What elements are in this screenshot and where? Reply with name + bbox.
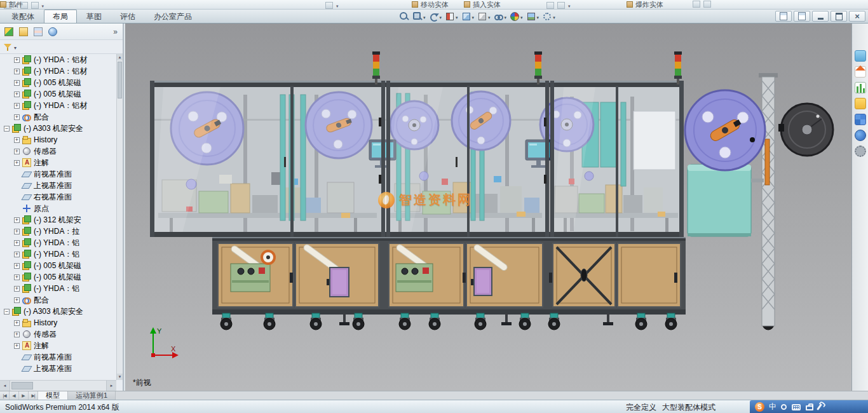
voice-icon[interactable] <box>781 404 787 410</box>
filter-dropdown-caret[interactable] <box>14 43 17 51</box>
tree-item[interactable]: − (-) A303 机架安全 <box>0 306 116 317</box>
tree-item[interactable]: + 传感器 <box>0 328 116 340</box>
tab-nav-next-button[interactable] <box>19 391 29 400</box>
toolbar-icon[interactable] <box>557 2 565 9</box>
tree-expander[interactable]: + <box>14 297 20 303</box>
apply-scene-icon[interactable] <box>525 10 541 23</box>
toolbar-icon[interactable] <box>546 2 554 9</box>
view-settings-icon[interactable] <box>541 10 557 23</box>
signal-tower-1[interactable] <box>372 51 380 85</box>
zoom-area-icon[interactable] <box>411 10 427 23</box>
tree-item[interactable]: + History <box>0 317 116 328</box>
chevron-down-icon[interactable] <box>42 1 44 10</box>
tree-item[interactable]: − (-) A303 机架安全 <box>0 123 116 134</box>
edit-appearance-icon[interactable] <box>508 10 524 23</box>
tree-vertical-scrollbar[interactable] <box>116 54 123 380</box>
tree-expander[interactable]: + <box>14 229 20 234</box>
ribbon-tab[interactable]: 草图 <box>78 10 111 23</box>
base-cabinets[interactable] <box>212 237 686 315</box>
tree-expander[interactable]: + <box>14 69 20 74</box>
chevron-down-icon[interactable] <box>336 1 339 10</box>
viewport-canvas[interactable]: Y X *前视 智造资料网 <box>125 24 851 391</box>
scroll-down-icon[interactable] <box>117 374 123 380</box>
filter-funnel-icon[interactable] <box>3 43 12 51</box>
toolbar-button[interactable]: 移动实体 <box>412 0 449 9</box>
tree-item[interactable]: 前视基准面 <box>0 168 116 180</box>
toolbar-button[interactable]: 爆炸实体 <box>627 0 663 9</box>
tab-nav-first-button[interactable] <box>0 391 10 400</box>
tree-item[interactable]: + (-) YHDA：拉 <box>0 226 116 237</box>
section-view-icon[interactable] <box>444 10 459 23</box>
tree-expander[interactable]: + <box>14 252 20 257</box>
tree-expander[interactable]: + <box>14 320 20 326</box>
keyboard-icon[interactable] <box>792 404 801 410</box>
tree-expander[interactable]: + <box>14 343 20 349</box>
tree-item[interactable]: + (-) 005 机架磁 <box>0 271 116 283</box>
toolbar-button[interactable]: 插入实体 <box>464 0 501 9</box>
tree-expander[interactable]: + <box>14 160 20 166</box>
propertymanager-icon[interactable] <box>17 25 30 38</box>
tree-item[interactable]: 前视基准面 <box>0 351 116 363</box>
maximize-button[interactable] <box>831 11 847 22</box>
previous-view-icon[interactable] <box>428 10 444 23</box>
tree-expander[interactable]: + <box>14 263 20 269</box>
tree-item[interactable]: + (-) YHDA：铝 <box>0 237 116 248</box>
tree-expander[interactable]: + <box>14 57 20 63</box>
tree-item[interactable]: + (-) 005 机架磁 <box>0 88 116 100</box>
tree-horizontal-scrollbar[interactable] <box>0 380 116 391</box>
sogou-logo-icon[interactable]: S <box>755 402 764 412</box>
wrench-icon[interactable] <box>817 403 822 410</box>
tree-item[interactable]: + 配合 <box>0 111 116 123</box>
tree-item[interactable]: + (-) YHDA：铝材 <box>0 65 116 77</box>
tree-item[interactable]: 上视基准面 <box>0 180 116 191</box>
close-button[interactable] <box>849 11 865 22</box>
tree-item[interactable]: + 传感器 <box>0 146 116 157</box>
tree-expander[interactable]: + <box>14 91 20 97</box>
tree-item[interactable]: + 注解 <box>0 157 116 168</box>
ribbon-tab[interactable]: 布局 <box>44 10 77 23</box>
tree-item[interactable]: + History <box>0 134 116 146</box>
chevron-down-icon[interactable] <box>568 1 571 10</box>
tree-expander[interactable]: + <box>14 103 20 109</box>
toolbar-icon[interactable] <box>693 1 700 8</box>
tree-item[interactable]: + (-) YHDA：铝材 <box>0 100 116 111</box>
configurationmanager-icon[interactable] <box>32 25 44 38</box>
tree-item[interactable]: + (-) YHDA：铝 <box>0 283 116 294</box>
tree-item[interactable]: 原点 <box>0 203 116 214</box>
pane-icon-2[interactable] <box>794 11 810 22</box>
signal-tower-2[interactable] <box>534 51 542 85</box>
chevron-down-icon[interactable] <box>537 12 539 21</box>
chevron-down-icon[interactable] <box>553 12 555 21</box>
pane-icon-1[interactable] <box>775 11 792 22</box>
chevron-down-icon[interactable] <box>520 12 523 21</box>
view-orientation-icon[interactable] <box>460 10 476 23</box>
browser-icon[interactable] <box>855 130 866 141</box>
tree-item[interactable]: + (-) YHDA：铝材 <box>0 54 116 65</box>
tab-nav-prev-button[interactable] <box>10 391 19 400</box>
apps-icon[interactable] <box>855 114 866 125</box>
tree-item[interactable]: 右视基准面 <box>0 191 116 203</box>
tree-expander[interactable]: + <box>14 114 20 120</box>
chevron-down-icon[interactable] <box>456 12 458 21</box>
tree-expander[interactable]: − <box>4 126 10 132</box>
featuremanager-icon[interactable] <box>3 25 15 38</box>
signal-tower-3[interactable] <box>674 51 682 85</box>
hide-show-items-icon[interactable] <box>492 10 508 23</box>
panel-overflow-chevron[interactable]: » <box>113 27 120 36</box>
minimize-button[interactable] <box>812 11 829 22</box>
doc-tab[interactable]: 运动算例1 <box>68 391 116 400</box>
tree-expander[interactable]: − <box>4 309 10 315</box>
display-style-icon[interactable] <box>476 10 492 23</box>
tree-item[interactable]: + 注解 <box>0 340 116 351</box>
tree-item[interactable]: + (-) YHDA：铝 <box>0 248 116 260</box>
doc-tab[interactable]: 模型 <box>38 391 68 400</box>
displaymanager-icon[interactable] <box>46 25 59 38</box>
tree-expander[interactable]: + <box>14 217 20 223</box>
assembly-model[interactable] <box>125 24 851 391</box>
ribbon-tab[interactable]: 评估 <box>111 10 144 23</box>
tree-item[interactable]: + (-) 005 机架磁 <box>0 77 116 88</box>
scroll-left-icon[interactable] <box>0 381 10 391</box>
folder-icon[interactable] <box>855 98 866 109</box>
tree-expander[interactable]: + <box>14 137 20 143</box>
scroll-up-icon[interactable] <box>117 54 123 60</box>
